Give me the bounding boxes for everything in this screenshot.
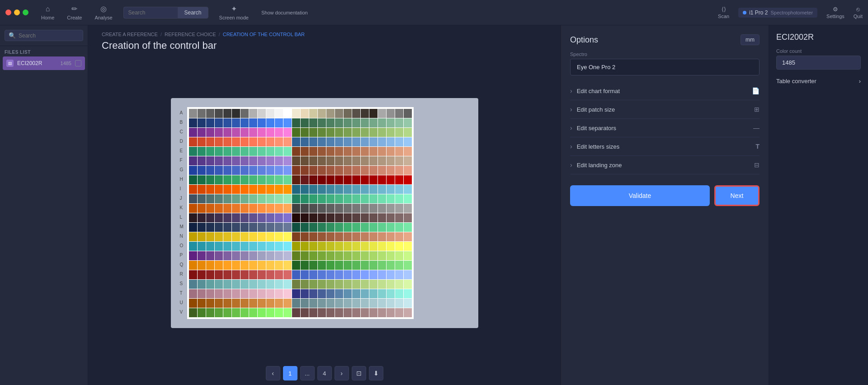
maximize-window-button[interactable] [23,9,28,15]
download-icon-button[interactable]: ⬇ [369,366,383,380]
color-patch [223,270,231,279]
color-patch [232,185,240,194]
row-label-N: N [180,231,184,241]
color-patch [318,280,326,289]
color-patch [352,204,360,213]
row-label-I: I [180,184,184,193]
color-patch [369,251,377,260]
color-patch [232,156,240,165]
color-patch [258,137,266,146]
quit-button[interactable]: ⎋ Quit [854,6,863,19]
color-patch [301,251,309,260]
color-patch [378,289,386,298]
scan-button[interactable]: ⟨⟩ Scan [718,6,729,19]
main-layout: 🔍 FILES LIST ▤ ECI2002R 1485 CREATE A RE… [0,25,868,385]
page-1-button[interactable]: 1 [283,366,297,380]
color-patch [335,109,343,118]
crop-icon-button[interactable]: ⊡ [352,366,366,380]
color-patch [283,194,292,203]
landing-zone-icon: ⊟ [754,161,760,169]
color-patch [275,137,283,146]
settings-button[interactable]: ⚙ Settings [826,6,844,19]
settings-icon: ⚙ [833,6,838,13]
color-patch [395,223,403,232]
search-input-top[interactable] [123,7,178,19]
color-patch [215,175,223,184]
color-patch [275,156,283,165]
color-patch [378,242,386,251]
color-patch [309,270,317,279]
color-patch [318,156,326,165]
nav-screenmode[interactable]: ✦ Screen mode [214,3,254,22]
color-patch [326,299,335,308]
breadcrumb-create-reference[interactable]: CREATE A REFERENCE [102,32,158,37]
color-patch [369,137,377,146]
row-label-M: M [180,222,184,231]
color-patch [318,261,326,270]
option-edit-separators[interactable]: › Edit separators — [570,119,760,137]
color-patch [232,261,240,270]
color-patch [318,109,326,118]
color-patch [301,109,309,118]
color-patch [387,156,395,165]
color-patch [223,223,231,232]
color-patch [335,147,343,156]
color-patch [395,251,403,260]
letters-sizes-icon: T [755,143,760,150]
color-patch [378,280,386,289]
row-label-J: J [180,193,184,203]
color-patch [318,308,326,317]
color-patch [335,232,343,241]
nav-home[interactable]: ⌂ Home [36,3,60,22]
color-patch [301,261,309,270]
color-patch [215,299,223,308]
color-patch [189,308,197,317]
color-patch [249,242,257,251]
unit-toggle-button[interactable]: mm [741,34,760,45]
page-next-button[interactable]: › [335,366,349,380]
color-patch [215,270,223,279]
color-patch [318,166,326,175]
color-patch [369,223,377,232]
option-edit-patch-size[interactable]: › Edit patch size ⊞ [570,100,760,119]
file-checkbox[interactable] [75,60,81,66]
color-patch [241,289,249,298]
breadcrumb-area: CREATE A REFERENCE / REFERENCE CHOICE / … [88,25,561,40]
option-edit-letters-sizes[interactable]: › Edit letters sizes T [570,137,760,156]
color-patch [318,223,326,232]
files-list-label: FILES LIST [0,46,88,56]
sidebar-search-input[interactable] [19,33,79,39]
color-patch [395,175,403,184]
color-patch [309,299,317,308]
color-patch [326,223,335,232]
nav-create[interactable]: ✏ Create [61,3,87,22]
nav-analyse[interactable]: ◎ Analyse [89,3,118,22]
color-patch [404,251,412,260]
next-button[interactable]: Next [714,185,760,206]
color-patch [292,156,300,165]
page-4-button[interactable]: 4 [317,366,332,380]
file-item-eci2002r[interactable]: ▤ ECI2002R 1485 [3,56,85,70]
row-label-O: O [180,241,184,250]
page-prev-button[interactable]: ‹ [266,366,280,380]
option-edit-landing-zone[interactable]: › Edit landing zone ⊟ [570,156,760,174]
color-patch [258,213,266,222]
option-label: Edit chart format [577,88,620,94]
color-patch [352,289,360,298]
color-patch [232,299,240,308]
breadcrumb-reference-choice[interactable]: REFERENCE CHOICE [165,32,216,37]
color-patch [215,232,223,241]
color-patch [344,137,352,146]
color-patch [352,232,360,241]
nav-documentation[interactable]: Show documentation [256,8,313,17]
validate-button[interactable]: Validate [570,185,710,206]
close-window-button[interactable] [5,9,11,15]
search-button-top[interactable]: Search [178,7,208,19]
minimize-window-button[interactable] [14,9,20,15]
option-edit-chart-format[interactable]: › Edit chart format 📄 [570,82,760,100]
color-patch [249,147,257,156]
table-converter-row[interactable]: Table converter › [776,76,861,86]
color-patch [206,289,214,298]
spectro-value-input[interactable] [570,59,760,75]
spectrophotometer-indicator[interactable]: i1 Pro 2 Spectrophotometer [738,8,817,18]
